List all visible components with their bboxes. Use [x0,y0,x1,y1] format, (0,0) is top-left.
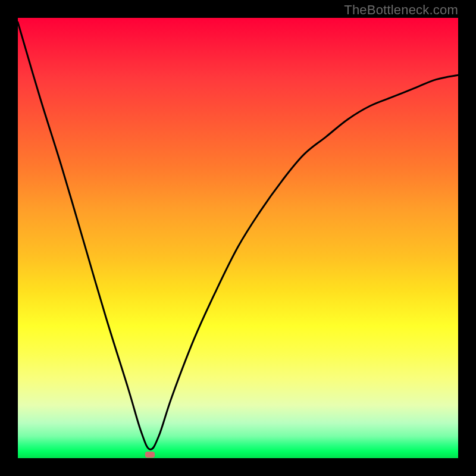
chart-frame: TheBottleneck.com [0,0,476,476]
min-marker [145,452,155,458]
curve-layer [18,18,458,458]
plot-area [18,18,458,458]
watermark-text: TheBottleneck.com [344,2,458,18]
bottleneck-curve [18,22,458,449]
